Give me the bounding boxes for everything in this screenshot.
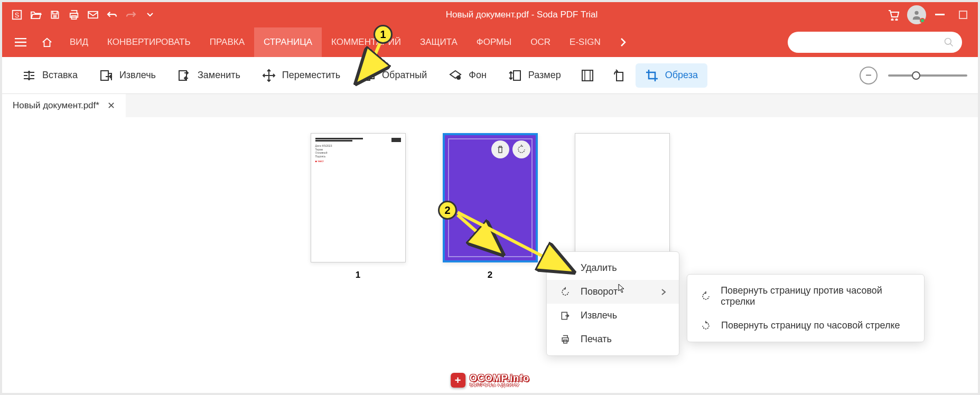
extract-button[interactable]: Извлечь — [90, 64, 165, 87]
menu-comment[interactable]: КОММЕНТАРИЙ — [322, 27, 410, 57]
page-toolbar: Вставка Извлечь Заменить Переместить Обр… — [2, 57, 978, 94]
chevron-right-icon — [661, 288, 666, 296]
page-number-1: 1 — [356, 270, 360, 280]
save-icon[interactable] — [45, 5, 64, 24]
cart-icon[interactable] — [884, 5, 903, 24]
page-number-2: 2 — [488, 270, 492, 280]
document-tab[interactable]: Новый документ.pdf* ✕ — [2, 94, 126, 117]
menubar: ВИД КОНВЕРТИРОВАТЬ ПРАВКА СТРАНИЦА КОММЕ… — [2, 27, 978, 57]
app-logo-icon[interactable]: S — [7, 5, 26, 24]
svg-rect-13 — [582, 70, 593, 81]
watermark-main: OCOMP.info — [470, 373, 530, 383]
zoom-slider[interactable] — [888, 74, 967, 77]
page-thumb-1[interactable]: Дата 4/5/2023 Тираж Основной Подпись ■ т… — [311, 133, 406, 280]
ctx-print-label: Печать — [581, 334, 612, 345]
menu-convert[interactable]: КОНВЕРТИРОВАТЬ — [98, 27, 200, 57]
annotation-callout-1: 1 — [374, 25, 393, 44]
page-context-menu: Удалить Поворот Извлечь Печать Повернуть… — [546, 251, 679, 356]
menu-forms[interactable]: ФОРМЫ — [467, 27, 521, 57]
menu-edit[interactable]: ПРАВКА — [200, 27, 254, 57]
move-label: Переместить — [282, 70, 340, 81]
home-icon[interactable] — [34, 27, 60, 57]
zoom-out-button[interactable]: − — [860, 67, 878, 84]
svg-rect-4 — [935, 14, 945, 15]
svg-point-3 — [914, 11, 918, 15]
menu-view[interactable]: ВИД — [60, 27, 98, 57]
ctx-rotate-ccw[interactable]: Повернуть страницу против часовой стрелк… — [687, 279, 924, 314]
watermark-badge: + — [451, 373, 465, 388]
document-tabbar: Новый документ.pdf* ✕ — [2, 94, 978, 117]
watermark: + OCOMP.info ВОПРОСЫ АДМИНУ — [451, 373, 530, 388]
crop-button[interactable]: Обреза — [636, 63, 707, 88]
menu-esign[interactable]: E-SIGN — [560, 27, 610, 57]
rotate-cw-icon — [700, 321, 712, 331]
tab-title: Новый документ.pdf* — [13, 100, 99, 111]
extract-icon — [559, 311, 571, 321]
replace-button[interactable]: Заменить — [168, 64, 250, 87]
rotate-ccw-icon — [700, 291, 711, 302]
cursor-icon — [618, 284, 626, 293]
crop-label: Обреза — [665, 70, 698, 81]
rotate-ccw-icon — [559, 287, 571, 297]
replace-label: Заменить — [198, 70, 240, 81]
background-label: Фон — [469, 70, 487, 81]
mail-icon[interactable] — [83, 5, 102, 24]
close-tab-icon[interactable]: ✕ — [107, 100, 115, 111]
status-dot-icon — [920, 18, 925, 23]
print-icon — [559, 334, 571, 345]
svg-rect-5 — [959, 11, 967, 18]
minimize-icon[interactable] — [930, 5, 949, 24]
ctx-rotate-cw[interactable]: Повернуть страницу по часовой стрелке — [687, 314, 924, 337]
zoom-control: − — [860, 67, 967, 84]
svg-rect-12 — [514, 71, 520, 80]
ctx-rotate-cw-label: Повернуть страницу по часовой стрелке — [721, 320, 900, 331]
svg-text:S: S — [15, 11, 20, 19]
open-icon[interactable] — [26, 5, 45, 24]
undo-icon[interactable] — [102, 5, 122, 24]
document-title: Новый документ.pdf - Soda PDF Trial — [160, 10, 884, 20]
svg-point-11 — [456, 76, 461, 80]
trash-icon — [559, 263, 571, 274]
ctx-extract[interactable]: Извлечь — [547, 304, 679, 327]
ctx-print[interactable]: Печать — [547, 327, 679, 351]
watermark-sub: ВОПРОСЫ АДМИНУ — [470, 383, 530, 388]
ctx-delete[interactable]: Удалить — [547, 256, 679, 280]
ctx-rotate[interactable]: Поворот — [547, 280, 679, 304]
reverse-button[interactable]: Обратный — [352, 64, 436, 87]
rotate-page-icon[interactable] — [512, 140, 530, 158]
redo-icon[interactable] — [122, 5, 141, 24]
print-icon[interactable] — [64, 5, 83, 24]
menu-page[interactable]: СТРАНИЦА — [254, 27, 322, 57]
annotation-callout-2: 2 — [438, 201, 457, 220]
ctx-rotate-ccw-label: Повернуть страницу против часовой стрелк… — [721, 285, 911, 307]
insert-button[interactable]: Вставка — [13, 64, 87, 87]
ctx-extract-label: Извлечь — [581, 310, 617, 321]
rotate-page-button[interactable] — [604, 64, 633, 87]
margins-button[interactable] — [573, 63, 602, 88]
maximize-icon[interactable] — [954, 5, 973, 24]
search-input[interactable] — [788, 32, 962, 53]
delete-page-icon[interactable] — [491, 140, 509, 158]
ctx-delete-label: Удалить — [581, 262, 617, 274]
extract-label: Извлечь — [119, 70, 156, 81]
user-avatar[interactable] — [907, 5, 926, 24]
ctx-rotate-label: Поворот — [581, 286, 618, 297]
chevron-right-icon[interactable] — [610, 27, 637, 57]
page-1-preview: Дата 4/5/2023 Тираж Основной Подпись ■ т… — [315, 138, 401, 163]
move-button[interactable]: Переместить — [253, 63, 350, 88]
page-thumb-3[interactable] — [575, 133, 670, 262]
zoom-thumb[interactable] — [912, 71, 920, 80]
page-thumbnails-area: Дата 4/5/2023 Тираж Основной Подпись ■ т… — [2, 117, 978, 392]
menu-ocr[interactable]: OCR — [521, 27, 560, 57]
page-thumb-2[interactable]: 2 — [443, 133, 538, 280]
svg-rect-14 — [617, 72, 623, 81]
background-button[interactable]: Фон — [439, 64, 496, 87]
resize-label: Размер — [528, 70, 561, 81]
hamburger-icon[interactable] — [7, 27, 34, 57]
svg-point-6 — [945, 39, 951, 45]
svg-rect-7 — [101, 71, 108, 80]
titlebar: S Новый документ.pdf - Soda PDF Trial — [2, 2, 978, 27]
menu-secure[interactable]: ЗАЩИТА — [410, 27, 467, 57]
dropdown-icon[interactable] — [141, 5, 160, 24]
resize-button[interactable]: Размер — [499, 64, 571, 87]
